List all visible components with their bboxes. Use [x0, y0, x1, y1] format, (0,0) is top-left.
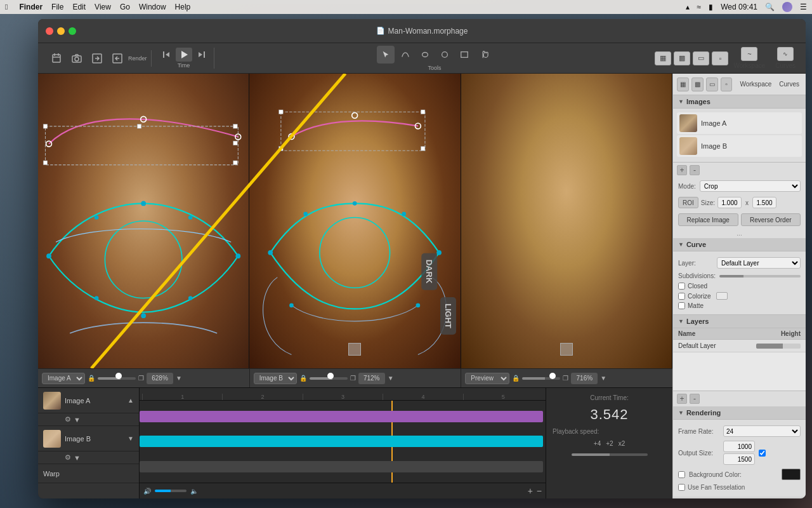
image-a-row[interactable]: Image A: [677, 112, 802, 134]
bg-color-swatch[interactable]: [782, 469, 801, 480]
minimize-button[interactable]: [57, 27, 65, 35]
panel-a-select[interactable]: Image A: [42, 373, 85, 384]
speed-4x[interactable]: +4: [594, 440, 601, 447]
bg-color-checkbox[interactable]: [678, 471, 685, 478]
curve-section-header[interactable]: ▼ Curve: [673, 238, 806, 251]
workspace-btn-label[interactable]: Workspace: [737, 81, 774, 88]
output-height-input[interactable]: [723, 453, 755, 465]
images-remove-button[interactable]: -: [690, 165, 700, 175]
track-header-a: Image A ▲: [38, 388, 139, 413]
track-controls-b: ⚙ ▼: [38, 451, 139, 464]
panel-a-controls: Image A 🔒 ❐ 628% ▼: [38, 369, 250, 387]
menubar-view[interactable]: View: [95, 3, 111, 11]
curve-tool[interactable]: [396, 46, 414, 64]
colorize-checkbox[interactable]: [678, 293, 685, 300]
images-add-button[interactable]: +: [677, 165, 687, 175]
mode-select[interactable]: Crop: [700, 180, 801, 192]
rect-tool[interactable]: [455, 46, 473, 64]
curves-button[interactable]: ∿: [777, 47, 794, 61]
volume-icon[interactable]: 🔊: [143, 488, 151, 495]
size-height-input[interactable]: [752, 197, 776, 208]
track-expand-icon-a[interactable]: ▼: [74, 416, 81, 424]
panel-preview-select[interactable]: Preview: [465, 373, 509, 384]
subdivisions-slider[interactable]: [719, 275, 801, 277]
waveform-button[interactable]: ~: [741, 47, 757, 61]
gear-icon-b[interactable]: ⚙: [65, 453, 71, 462]
share-button[interactable]: [47, 50, 66, 67]
select-tool[interactable]: [377, 46, 395, 64]
frame-rate-select[interactable]: 24: [723, 425, 801, 437]
timeline-ruler: 1 2 3 4 5: [140, 388, 546, 401]
replace-image-button[interactable]: Replace Image: [678, 213, 738, 226]
fan-checkbox[interactable]: [678, 484, 685, 491]
matte-checkbox[interactable]: [678, 302, 685, 309]
track-expand-icon-b[interactable]: ▼: [74, 454, 81, 462]
apple-menu[interactable]: : [5, 3, 8, 11]
reverse-order-button[interactable]: Reverse Order: [741, 213, 801, 226]
import-left-button[interactable]: [88, 50, 107, 67]
timeline: Image A ▲ ⚙ ▼ Image B ▼: [38, 387, 672, 498]
ellipse-tool[interactable]: [436, 46, 454, 64]
rp-grid-btn[interactable]: ▦: [677, 77, 689, 91]
default-layer-row[interactable]: Default Layer: [673, 340, 806, 352]
rp-split-btn[interactable]: ▩: [691, 77, 704, 91]
colorize-swatch[interactable]: [716, 292, 728, 300]
layers-add-button[interactable]: +: [677, 394, 687, 404]
panel-a-chevron-icon[interactable]: ▼: [176, 375, 182, 382]
image-b-row[interactable]: Image B: [677, 135, 802, 157]
menubar-go[interactable]: Go: [120, 3, 130, 11]
rp-compare-btn[interactable]: ▫: [721, 77, 733, 91]
close-button[interactable]: [46, 27, 53, 35]
track-bar-b[interactable]: [140, 436, 543, 447]
handle-preview[interactable]: [560, 343, 573, 356]
roi-button[interactable]: ROI: [678, 197, 698, 208]
comparison-view-button[interactable]: ▫: [712, 51, 728, 65]
curve-section-title: Curve: [686, 241, 706, 248]
search-icon[interactable]: 🔍: [765, 3, 775, 11]
speed-x2[interactable]: x2: [619, 440, 625, 447]
rp-single-btn[interactable]: ▭: [706, 77, 718, 91]
next-frame-button[interactable]: [193, 48, 210, 62]
rendering-section-header[interactable]: ▼ Rendering: [673, 406, 806, 420]
maximize-button[interactable]: [69, 27, 76, 35]
panel-b-select[interactable]: Image B: [254, 373, 297, 384]
playback-slider[interactable]: [572, 453, 648, 456]
curve-layer-select[interactable]: Default Layer: [717, 257, 801, 269]
output-link-checkbox[interactable]: [759, 450, 766, 457]
grid-view-button[interactable]: ▦: [655, 51, 671, 65]
panel-preview-chevron-icon[interactable]: ▼: [600, 375, 606, 382]
single-view-button[interactable]: ▭: [693, 51, 709, 65]
volume-slider[interactable]: [155, 490, 187, 492]
lasso-tool[interactable]: [416, 46, 434, 64]
play-button[interactable]: [176, 48, 192, 62]
track-bar-a[interactable]: [140, 411, 543, 422]
handle-b[interactable]: [348, 343, 361, 356]
output-width-input[interactable]: [723, 441, 755, 452]
split-view-button[interactable]: ▩: [674, 51, 690, 65]
track-expand-b[interactable]: ▼: [128, 435, 134, 442]
images-section-header[interactable]: ▼ Images: [673, 95, 806, 109]
layers-remove-button[interactable]: -: [690, 394, 700, 404]
size-width-input[interactable]: [717, 197, 742, 208]
svg-point-18: [105, 221, 182, 298]
layers-section-header[interactable]: ▼ Layers: [673, 315, 806, 328]
import-right-button[interactable]: [108, 50, 127, 67]
menubar-finder[interactable]: Finder: [19, 3, 43, 11]
panel-b-chevron-icon[interactable]: ▼: [388, 375, 394, 382]
speed-2x[interactable]: +2: [606, 440, 613, 447]
menubar-file[interactable]: File: [51, 3, 63, 11]
closed-checkbox[interactable]: [678, 283, 685, 290]
hand-tool[interactable]: [475, 46, 493, 64]
menubar-window[interactable]: Window: [139, 3, 166, 11]
timeline-add-btn[interactable]: +: [528, 486, 533, 496]
user-avatar[interactable]: [782, 2, 792, 12]
prev-frame-button[interactable]: [158, 48, 174, 62]
camera-button[interactable]: [67, 50, 86, 67]
timeline-remove-btn[interactable]: −: [537, 486, 542, 496]
gear-icon-a[interactable]: ⚙: [65, 415, 71, 424]
curves-btn-label[interactable]: Curves: [776, 81, 802, 88]
menubar-edit[interactable]: Edit: [72, 3, 86, 11]
track-expand-a[interactable]: ▲: [128, 397, 134, 404]
menubar-help[interactable]: Help: [175, 3, 191, 11]
menu-icon[interactable]: ☰: [800, 3, 807, 11]
